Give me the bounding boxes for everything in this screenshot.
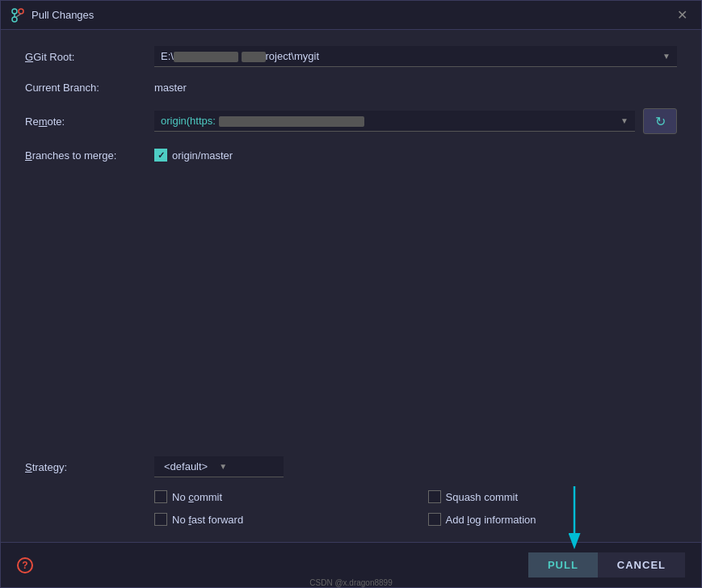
no-fast-forward-checkbox[interactable] (154, 513, 167, 526)
watermark: CSDN @x.dragon8899 (309, 578, 392, 587)
blurred-remote (219, 116, 364, 127)
remote-row: Remote: origin(https: ▼ ↻ (25, 108, 677, 134)
git-root-text: E:\ roject\mygit (161, 50, 319, 62)
add-log-option[interactable]: Add log information (428, 513, 678, 526)
git-root-dropdown-arrow: ▼ (662, 52, 670, 61)
arrow-annotation (565, 486, 584, 551)
remote-dropdown[interactable]: origin(https: ▼ (154, 111, 635, 132)
git-root-value: E:\ roject\mygit ▼ (154, 46, 677, 67)
current-branch-label: Current Branch: (25, 82, 154, 94)
git-root-label: GGit Root: (25, 51, 154, 63)
add-log-label: Add log information (446, 514, 536, 526)
current-branch-value: master (154, 82, 677, 94)
git-root-row: GGit Root: E:\ roject\mygit ▼ (25, 46, 677, 67)
branches-to-merge-checkbox[interactable] (154, 149, 167, 162)
refresh-button[interactable]: ↻ (643, 108, 677, 134)
remote-value: origin(https: ▼ ↻ (154, 108, 677, 134)
squash-commit-checkbox[interactable] (428, 490, 441, 503)
branches-to-merge-checkbox-item[interactable]: origin/master (154, 149, 677, 162)
title-bar: Pull Changes ✕ (1, 1, 701, 30)
help-button[interactable]: ? (17, 557, 33, 573)
svg-line-4 (16, 14, 21, 17)
no-fast-forward-option[interactable]: No fast forward (154, 513, 404, 526)
remote-label: Remote: (25, 116, 154, 128)
strategy-dropdown-text: <default> (164, 460, 208, 472)
strategy-dropdown[interactable]: <default> ▼ (154, 456, 284, 477)
no-commit-label: No commit (172, 491, 222, 503)
branches-to-merge-label: Branches to merge: (25, 149, 154, 162)
refresh-icon: ↻ (655, 114, 666, 129)
strategy-row: Strategy: <default> ▼ (25, 456, 677, 477)
bottom-buttons: PULL CANCEL (528, 552, 685, 578)
branches-to-merge-text: origin/master (172, 149, 233, 162)
pull-changes-dialog: Pull Changes ✕ GGit Root: E:\ roject\myg… (0, 0, 702, 588)
remote-control-row: origin(https: ▼ ↻ (154, 108, 677, 134)
current-branch-row: Current Branch: master (25, 82, 677, 94)
strategy-label: Strategy: (25, 461, 154, 473)
blurred-path2 (242, 52, 266, 62)
svg-point-1 (19, 9, 23, 14)
squash-commit-label: Squash commit (446, 491, 519, 503)
dialog-title: Pull Changes (32, 9, 672, 21)
branches-to-merge-value: origin/master (154, 149, 677, 162)
close-button[interactable]: ✕ (672, 6, 691, 25)
dialog-content: GGit Root: E:\ roject\mygit ▼ Current Br… (1, 30, 701, 542)
blurred-path1 (174, 52, 238, 62)
strategy-dropdown-arrow: ▼ (219, 462, 227, 471)
pull-button[interactable]: PULL (528, 552, 598, 578)
options-grid: No commit Squash commit No fast forward … (154, 490, 677, 526)
remote-dropdown-text: origin(https: (161, 115, 364, 127)
remote-dropdown-arrow: ▼ (620, 116, 628, 125)
branches-to-merge-row: Branches to merge: origin/master (25, 149, 677, 162)
git-root-dropdown[interactable]: E:\ roject\mygit ▼ (154, 46, 677, 67)
no-commit-option[interactable]: No commit (154, 490, 404, 503)
add-log-checkbox[interactable] (428, 513, 441, 526)
app-icon (11, 8, 25, 23)
strategy-dropdown-wrapper: <default> ▼ (154, 456, 284, 477)
no-commit-checkbox[interactable] (154, 490, 167, 503)
bottom-bar: ? PULL CANCEL CSDN @x.dragon8899 (1, 542, 701, 587)
svg-point-0 (12, 9, 17, 14)
cancel-button[interactable]: CANCEL (598, 552, 685, 578)
svg-point-2 (12, 17, 17, 22)
no-fast-forward-label: No fast forward (172, 514, 243, 526)
squash-commit-option[interactable]: Squash commit (428, 490, 678, 503)
